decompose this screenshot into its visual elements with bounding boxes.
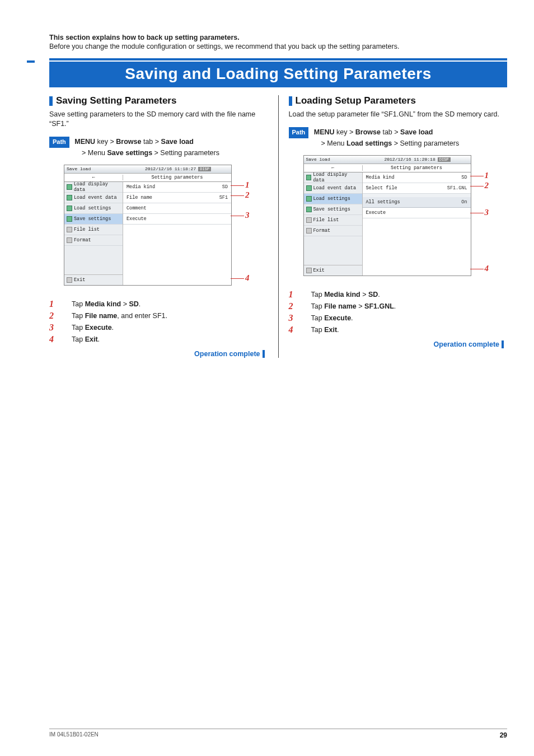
callout-number: 4 — [485, 264, 489, 273]
callout-line — [231, 216, 244, 216]
row-value: SF1 — [196, 195, 231, 200]
setting-row[interactable]: Comment — [123, 203, 231, 214]
step-number: 4 — [49, 334, 72, 344]
row-label: Execute — [123, 216, 196, 222]
nav-item-label: Save settings — [74, 216, 111, 222]
nav-item-icon — [306, 175, 312, 180]
nav-item-label: Load display data — [313, 172, 359, 183]
step: 2Tap File name, and enter SF1. — [49, 311, 268, 321]
nav-item[interactable]: Load event data — [64, 193, 123, 203]
nav-item[interactable]: Load settings — [304, 194, 362, 204]
step-text: Tap File name, and enter SF1. — [72, 311, 167, 320]
callout-line — [470, 269, 484, 269]
step: 4Tap Exit. — [49, 334, 268, 344]
nav-item[interactable]: Format — [304, 226, 362, 236]
step-text: Tap Exit. — [72, 334, 100, 343]
callout-number: 3 — [245, 211, 250, 220]
doc-id: IM 04L51B01-02EN — [49, 731, 99, 739]
row-label: All settings — [363, 199, 436, 205]
setting-row[interactable]: File nameSF1 — [123, 193, 231, 203]
step-number: 1 — [49, 299, 72, 309]
row-label: Execute — [363, 210, 436, 216]
nav-item-icon — [306, 207, 312, 212]
callout-line — [470, 176, 484, 176]
callout-number: 1 — [245, 180, 250, 190]
footer: IM 04L51B01-02EN 29 — [49, 729, 507, 739]
step-number: 4 — [289, 325, 311, 335]
nav-item[interactable]: Format — [64, 235, 123, 246]
step-number: 2 — [49, 311, 72, 321]
nav-item[interactable]: Save settings — [304, 204, 362, 215]
nav-item-icon — [306, 185, 312, 191]
nav-item-label: File list — [74, 227, 100, 232]
body-left: Save setting parameters to the SD memory… — [49, 110, 268, 129]
nav-item-label: Load event data — [313, 185, 357, 191]
callout-number: 1 — [485, 171, 489, 180]
step-number: 2 — [289, 301, 311, 311]
exit-button[interactable]: Exit — [64, 274, 123, 285]
nav-item[interactable]: Save settings — [64, 214, 123, 225]
shot-badge: DISP — [198, 167, 211, 171]
row-value: SF1.GNL — [436, 185, 471, 191]
back-button[interactable]: ← — [304, 165, 363, 171]
setting-row[interactable]: Execute — [123, 214, 231, 225]
page-number: 29 — [500, 731, 507, 739]
banner: Saving and Loading Setting Parameters — [49, 58, 507, 87]
step-text: Tap Execute. — [72, 323, 114, 332]
step: 3Tap Execute. — [49, 323, 268, 333]
path-label: Path — [289, 127, 309, 138]
nav-item-label: Load event data — [74, 195, 117, 200]
nav-item-icon — [67, 184, 72, 190]
step-text: Tap Media kind > SD. — [72, 299, 140, 308]
operation-complete: Operation complete — [289, 340, 508, 348]
nav-item-icon — [67, 195, 72, 200]
nav-item[interactable]: File list — [304, 215, 362, 226]
step-text: Tap File name > SF1.GNL. — [311, 301, 396, 310]
callout-line — [231, 185, 244, 186]
nav-item[interactable]: Load display data — [64, 182, 123, 193]
step-number: 3 — [289, 313, 311, 323]
nav-item[interactable]: File list — [64, 225, 123, 235]
nav-item[interactable]: Load event data — [304, 183, 362, 194]
exit-icon — [306, 268, 312, 273]
callout-number: 2 — [485, 181, 489, 190]
path-right: Path MENU key > Browse tab > Save load >… — [289, 127, 508, 148]
callout-line — [470, 213, 484, 213]
nav-item-icon — [306, 228, 312, 234]
step-text: Tap Media kind > SD. — [311, 290, 380, 298]
step: 2Tap File name > SF1.GNL. — [289, 301, 508, 311]
operation-complete: Operation complete — [49, 350, 268, 358]
heading-saving: Saving Setting Parameters — [49, 95, 268, 106]
row-value: SD — [436, 175, 471, 180]
row-label: Select file — [363, 185, 436, 191]
breadcrumb: Setting parameters — [363, 165, 471, 171]
shot-title: Save load — [67, 166, 91, 171]
nav-item[interactable]: Load settings — [64, 203, 123, 214]
setting-row[interactable]: All settingsOn — [363, 197, 471, 208]
heading-loading: Loading Setup Parameters — [289, 95, 508, 106]
callout-number: 2 — [245, 190, 250, 200]
nav-item-icon — [67, 216, 72, 222]
row-value: SD — [196, 184, 231, 190]
nav-item[interactable]: Load display data — [304, 172, 362, 183]
callout-line — [231, 195, 244, 196]
setting-row[interactable]: Media kindSD — [123, 182, 231, 193]
callout-line — [231, 278, 244, 279]
setting-row[interactable]: Select fileSF1.GNL — [363, 183, 471, 194]
breadcrumb: Setting parameters — [123, 175, 231, 180]
intro-bold: This section explains how to back up set… — [49, 34, 507, 41]
setting-row[interactable]: Media kindSD — [363, 172, 471, 183]
exit-label: Exit — [313, 268, 325, 273]
nav-item-icon — [67, 237, 72, 243]
exit-label: Exit — [74, 277, 85, 283]
callout-number: 3 — [485, 208, 489, 217]
intro-plain: Before you change the module configurati… — [49, 43, 507, 50]
banner-title: Saving and Loading Setting Parameters — [49, 62, 507, 87]
step-number: 1 — [289, 290, 311, 300]
callout-number: 4 — [245, 273, 250, 283]
screenshot-load: Save load 2012/12/16 11:20:18 DISP ← Set… — [303, 155, 508, 276]
exit-button[interactable]: Exit — [304, 265, 362, 276]
setting-row[interactable]: Execute — [363, 208, 471, 218]
back-button[interactable]: ← — [64, 175, 123, 180]
path-left: Path MENU key > Browse tab > Save load >… — [49, 137, 268, 158]
